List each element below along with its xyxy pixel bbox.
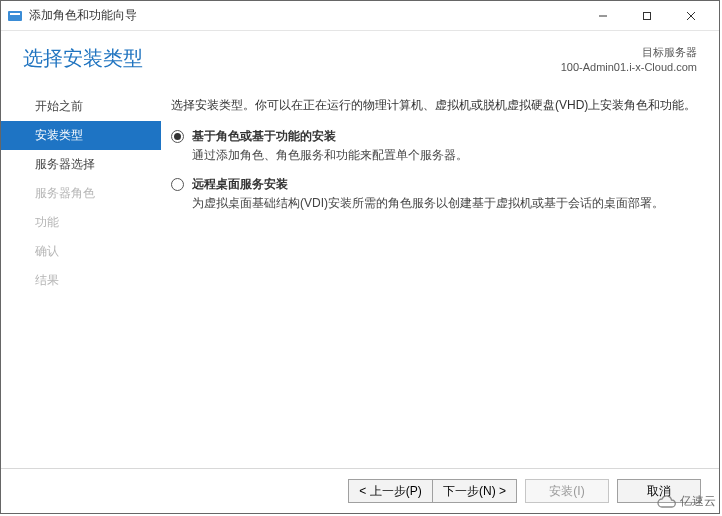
radio-role-based[interactable] — [171, 130, 184, 143]
option-role-based-desc: 通过添加角色、角色服务和功能来配置单个服务器。 — [192, 147, 697, 164]
target-server-info: 目标服务器 100-Admin01.i-x-Cloud.com — [561, 45, 697, 76]
sidebar-item-server-roles: 服务器角色 — [1, 179, 161, 208]
minimize-button[interactable] — [581, 2, 625, 30]
wizard-window: 添加角色和功能向导 选择安装类型 目标服务器 100-Admin01.i-x-C… — [0, 0, 720, 514]
close-button[interactable] — [669, 2, 713, 30]
wizard-header: 选择安装类型 目标服务器 100-Admin01.i-x-Cloud.com — [1, 31, 719, 88]
sidebar-item-before-you-begin[interactable]: 开始之前 — [1, 92, 161, 121]
radio-rds[interactable] — [171, 178, 184, 191]
maximize-button[interactable] — [625, 2, 669, 30]
wizard-sidebar: 开始之前 安装类型 服务器选择 服务器角色 功能 确认 结果 — [1, 88, 161, 468]
svg-rect-1 — [10, 13, 20, 15]
svg-rect-3 — [644, 12, 651, 19]
watermark: 亿速云 — [656, 493, 716, 510]
app-icon — [7, 8, 23, 24]
option-rds-labels: 远程桌面服务安装 为虚拟桌面基础结构(VDI)安装所需的角色服务以创建基于虚拟机… — [192, 176, 697, 212]
option-role-based-labels: 基于角色或基于功能的安装 通过添加角色、角色服务和功能来配置单个服务器。 — [192, 128, 697, 164]
watermark-text: 亿速云 — [680, 493, 716, 510]
option-role-based-title: 基于角色或基于功能的安装 — [192, 128, 697, 145]
previous-button[interactable]: < 上一步(P) — [348, 479, 432, 503]
option-rds-title: 远程桌面服务安装 — [192, 176, 697, 193]
titlebar: 添加角色和功能向导 — [1, 1, 719, 31]
sidebar-item-server-selection[interactable]: 服务器选择 — [1, 150, 161, 179]
target-server-label: 目标服务器 — [561, 45, 697, 60]
option-role-based[interactable]: 基于角色或基于功能的安装 通过添加角色、角色服务和功能来配置单个服务器。 — [171, 128, 697, 164]
next-button[interactable]: 下一步(N) > — [432, 479, 517, 503]
nav-button-group: < 上一步(P) 下一步(N) > — [348, 479, 517, 503]
intro-text: 选择安装类型。你可以在正在运行的物理计算机、虚拟机或脱机虚拟硬盘(VHD)上安装… — [171, 96, 697, 114]
wizard-footer: < 上一步(P) 下一步(N) > 安装(I) 取消 — [1, 468, 719, 513]
option-rds-desc: 为虚拟桌面基础结构(VDI)安装所需的角色服务以创建基于虚拟机或基于会话的桌面部… — [192, 195, 697, 212]
wizard-main: 选择安装类型。你可以在正在运行的物理计算机、虚拟机或脱机虚拟硬盘(VHD)上安装… — [161, 88, 719, 468]
sidebar-item-results: 结果 — [1, 266, 161, 295]
sidebar-item-installation-type[interactable]: 安装类型 — [1, 121, 161, 150]
cloud-icon — [656, 495, 676, 509]
install-button: 安装(I) — [525, 479, 609, 503]
sidebar-item-confirmation: 确认 — [1, 237, 161, 266]
option-rds[interactable]: 远程桌面服务安装 为虚拟桌面基础结构(VDI)安装所需的角色服务以创建基于虚拟机… — [171, 176, 697, 212]
target-server-name: 100-Admin01.i-x-Cloud.com — [561, 60, 697, 75]
window-title: 添加角色和功能向导 — [29, 7, 581, 24]
window-controls — [581, 2, 713, 30]
wizard-body: 开始之前 安装类型 服务器选择 服务器角色 功能 确认 结果 选择安装类型。你可… — [1, 88, 719, 468]
svg-rect-0 — [8, 11, 22, 21]
sidebar-item-features: 功能 — [1, 208, 161, 237]
page-title: 选择安装类型 — [23, 45, 561, 72]
